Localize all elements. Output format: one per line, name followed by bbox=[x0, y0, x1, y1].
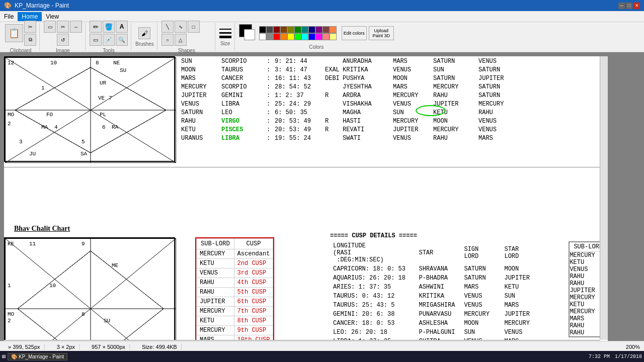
detail-header-sign-lord: SIGNLORD bbox=[461, 241, 501, 264]
detail-star-lord: MARS bbox=[501, 301, 541, 310]
menu-file[interactable]: File bbox=[0, 12, 18, 21]
bhav-label-8: 8 bbox=[82, 311, 85, 317]
menu-view[interactable]: View bbox=[42, 12, 63, 21]
cusp-table-body: MERCURYAscendantKETU2nd CUSPVENUS3rd CUS… bbox=[197, 249, 273, 341]
detail-sign-lord: MERCURY bbox=[461, 310, 501, 319]
cusp-table-row: KETU8th CUSP bbox=[197, 316, 273, 326]
planet-table: SUN SCORPIO : 9: 21: 44 ANURADHA MARS SA… bbox=[180, 56, 608, 144]
window-controls: ─ □ ✕ bbox=[618, 3, 640, 9]
close-button[interactable]: ✕ bbox=[633, 3, 640, 9]
palette-gray[interactable] bbox=[266, 33, 273, 40]
palette-white[interactable] bbox=[259, 33, 266, 40]
svg-line-4 bbox=[91, 110, 176, 163]
palette-cyan[interactable] bbox=[301, 33, 308, 40]
canvas-container[interactable]: 12 10 8 NE SU UR 1 VE 7 MO FO PL 2 MA 4 … bbox=[0, 52, 644, 341]
planet-row: SATURN LEO : 6: 50: 35 MAGHA SUN KETU RA… bbox=[181, 109, 607, 117]
resize-button[interactable]: ↔ bbox=[70, 21, 82, 33]
horizontal-scrollbar[interactable] bbox=[4, 340, 600, 341]
detail-sign-lord: VENUS bbox=[461, 301, 501, 310]
svg-line-21 bbox=[91, 251, 164, 309]
cusp-name: 9th CUSP bbox=[234, 326, 273, 335]
palette-brown[interactable] bbox=[280, 26, 287, 33]
palette-mauve[interactable] bbox=[323, 26, 330, 33]
planet-row: VENUS LIBRA : 25: 24: 29 VISHAKHA VENUS … bbox=[181, 100, 607, 109]
size-label: Size bbox=[220, 41, 230, 46]
status-dimensions: 957 × 5000px bbox=[88, 344, 130, 350]
rotate-button[interactable]: ↺ bbox=[57, 34, 69, 46]
text-button[interactable]: A bbox=[116, 21, 128, 33]
palette-teal[interactable] bbox=[301, 26, 308, 33]
brush-button[interactable]: 🖌 bbox=[138, 27, 150, 39]
cusp-detail-row: TAURUS: 25: 43: 5 MRIGASHIRA VENUS MARS bbox=[330, 301, 541, 310]
cusp-table-container: SUB-LORD CUSP MERCURYAscendantKETU2nd CU… bbox=[195, 237, 274, 341]
cut-button[interactable]: ✂ bbox=[24, 21, 36, 33]
minimize-button[interactable]: ─ bbox=[618, 3, 625, 9]
shape-circle[interactable]: ○ bbox=[162, 34, 174, 46]
palette-red[interactable] bbox=[273, 33, 280, 40]
cusp-table-row: JUPITER6th CUSP bbox=[197, 297, 273, 307]
natal-label-ju: JU bbox=[29, 151, 36, 157]
toolbar-clipboard: 📋 ✂ ⧉ Clipboard bbox=[2, 23, 40, 51]
palette-darkorange[interactable] bbox=[280, 33, 287, 40]
cusp-sub-lord: MERCURY bbox=[197, 249, 234, 259]
palette-navy[interactable] bbox=[308, 26, 315, 33]
palette-darkgreen[interactable] bbox=[294, 26, 301, 33]
svg-line-16 bbox=[91, 309, 176, 341]
pencil-button[interactable]: ✏ bbox=[90, 21, 102, 33]
cusp-detail-row: CAPRICORN: 18: 0: 53 SHRAVANA SATURN MOO… bbox=[330, 264, 541, 274]
bhav-label-11: 11 bbox=[29, 241, 36, 247]
shape-rect[interactable]: □ bbox=[188, 21, 200, 33]
detail-sign: TAURUS: 0: 43: 12 bbox=[330, 292, 416, 301]
detail-sign: CAPRICORN: 18: 0: 53 bbox=[330, 264, 416, 274]
palette-purple[interactable] bbox=[315, 26, 323, 33]
cusp-sub-lord: RAHU bbox=[197, 288, 234, 297]
magnify-button[interactable]: 🔍 bbox=[116, 34, 128, 46]
natal-label-ma: MA bbox=[41, 124, 48, 130]
paste-button[interactable]: 📋 bbox=[5, 24, 23, 42]
cusp-table-row: VENUS3rd CUSP bbox=[197, 268, 273, 278]
natal-label-5: 5 bbox=[82, 139, 85, 145]
fill-button[interactable]: 🪣 bbox=[103, 21, 115, 33]
palette-lime[interactable] bbox=[294, 33, 301, 40]
maximize-button[interactable]: □ bbox=[626, 3, 632, 9]
cusp-name: 8th CUSP bbox=[234, 316, 273, 326]
copy-button[interactable]: ⧉ bbox=[24, 34, 36, 46]
separator-line bbox=[4, 167, 608, 167]
detail-sign-lord: MARS bbox=[461, 283, 501, 292]
palette-darkgray[interactable] bbox=[266, 26, 273, 33]
palette-yellow[interactable] bbox=[287, 33, 294, 40]
detail-nakshatra: PUNARVASU bbox=[416, 310, 461, 319]
upload-paint3d-button[interactable]: Upload Paint 3D bbox=[369, 26, 394, 40]
menu-home[interactable]: Home bbox=[18, 12, 42, 21]
natal-label-7: 7 bbox=[109, 95, 112, 101]
palette-olive[interactable] bbox=[287, 26, 294, 33]
crop-button[interactable]: ✂ bbox=[57, 21, 69, 33]
palette-lightyellow[interactable] bbox=[330, 33, 337, 40]
detail-sign-lord: SATURN bbox=[461, 274, 501, 283]
palette-blue[interactable] bbox=[308, 33, 315, 40]
palette-darkred[interactable] bbox=[273, 26, 280, 33]
shape-triangle[interactable]: △ bbox=[175, 34, 187, 46]
cusp-name: 5th CUSP bbox=[234, 288, 273, 297]
svg-line-15 bbox=[5, 309, 91, 341]
bhav-label-1: 1 bbox=[8, 283, 11, 289]
shape-curve[interactable]: ∿ bbox=[175, 21, 187, 33]
detail-sign: AQUARIUS: 26: 20: 18 bbox=[330, 274, 416, 283]
detail-sign-lord: MOON bbox=[461, 319, 501, 328]
eyedropper-button[interactable]: 💉 bbox=[103, 34, 115, 46]
vertical-scrollbar[interactable] bbox=[600, 56, 608, 340]
cusp-sub-lord: JUPITER bbox=[197, 297, 234, 307]
edit-colors-button[interactable]: Edit colors bbox=[342, 26, 367, 40]
palette-orange[interactable] bbox=[330, 26, 337, 33]
cusp-sub-lord: KETU bbox=[197, 316, 234, 326]
shape-line[interactable]: ╲ bbox=[162, 21, 174, 33]
color2-box[interactable] bbox=[244, 29, 255, 40]
eraser-button[interactable]: ▭ bbox=[90, 34, 102, 46]
natal-label-4: 4 bbox=[54, 124, 58, 130]
palette-magenta[interactable] bbox=[315, 33, 323, 40]
svg-line-20 bbox=[18, 251, 91, 309]
palette-black[interactable] bbox=[259, 26, 266, 33]
palette-pink[interactable] bbox=[323, 33, 330, 40]
select-button[interactable]: ▭ bbox=[44, 21, 56, 33]
svg-line-13 bbox=[5, 238, 91, 309]
